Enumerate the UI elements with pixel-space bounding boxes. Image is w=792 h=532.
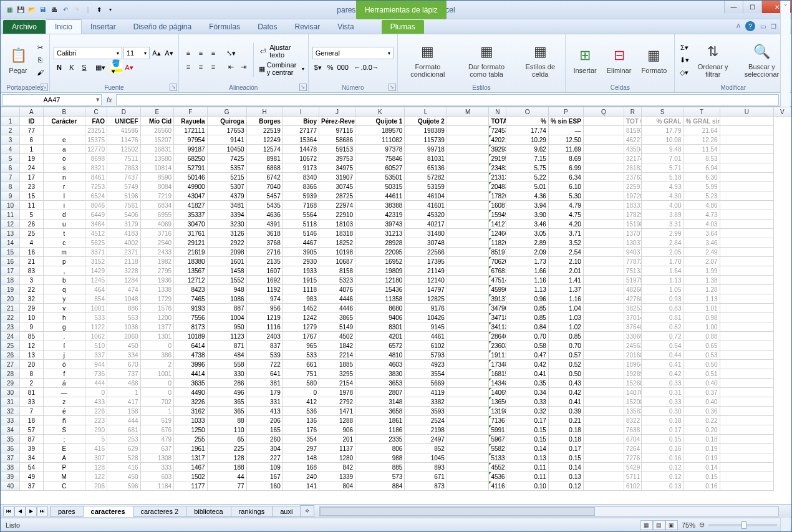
cell[interactable]: 0.22 <box>683 416 720 425</box>
cell[interactable]: 0.20 <box>683 425 720 435</box>
cell[interactable]: 884 <box>355 481 405 491</box>
spreadsheet-grid[interactable]: ABCDEFGHIJKLMNOPQRSTUV 1IDCarácterFAOUNI… <box>1 107 791 504</box>
cell[interactable]: 1.73 <box>506 257 549 266</box>
cell[interactable]: A <box>43 453 85 463</box>
cell[interactable]: 21619 <box>174 248 208 257</box>
cell[interactable]: 5215 <box>207 173 246 182</box>
cell[interactable]: , <box>43 266 85 276</box>
cell[interactable]: 75133 <box>624 266 642 276</box>
cell[interactable]: 128 <box>85 463 107 472</box>
cell[interactable]: 533 <box>283 351 319 360</box>
col-header-Q[interactable]: Q <box>583 107 624 117</box>
cell[interactable] <box>720 266 773 276</box>
cell[interactable]: 20 <box>20 360 43 369</box>
row-header[interactable]: 13 <box>1 229 20 238</box>
cell[interactable]: 0.14 <box>506 444 549 453</box>
cell[interactable] <box>583 407 624 416</box>
cell[interactable]: 2.10 <box>548 257 583 266</box>
tab-inicio[interactable]: Inicio <box>46 19 82 34</box>
horizontal-scrollbar[interactable] <box>319 506 779 516</box>
cell[interactable]: 45990 <box>489 285 506 294</box>
new-sheet-button[interactable]: ✧ <box>300 505 314 517</box>
cell[interactable]: 5711 <box>624 472 642 481</box>
cell[interactable] <box>447 453 489 463</box>
cell[interactable]: 0.16 <box>641 453 683 463</box>
cell[interactable]: 4603 <box>355 360 405 369</box>
cell[interactable]: 4502 <box>319 332 355 341</box>
cell[interactable]: 168 <box>283 463 319 472</box>
cell[interactable]: 0.51 <box>683 369 720 379</box>
cell[interactable]: 39743 <box>355 220 405 229</box>
cell[interactable]: 10189 <box>174 332 208 341</box>
cell[interactable]: 5793 <box>405 351 447 360</box>
cell[interactable]: 0.15 <box>548 453 583 463</box>
cell[interactable]: 0.40 <box>683 379 720 388</box>
cell[interactable]: 3230 <box>207 220 246 229</box>
cell[interactable]: 596 <box>107 481 140 491</box>
cell[interactable]: 35337 <box>174 210 208 220</box>
cell[interactable]: q <box>43 285 85 294</box>
cell[interactable]: 0.72 <box>641 332 683 341</box>
cell[interactable]: 6704 <box>624 435 642 444</box>
cell[interactable]: 31480 <box>405 229 447 238</box>
dialog-launcher-icon[interactable]: ↘ <box>41 84 48 91</box>
cell[interactable]: 97954 <box>174 135 208 145</box>
cell[interactable]: 178262 <box>489 191 506 201</box>
cell[interactable]: 5196 <box>107 191 140 201</box>
cell[interactable]: 0.34 <box>506 388 549 397</box>
cell[interactable]: 5669 <box>405 379 447 388</box>
cell[interactable] <box>720 117 773 126</box>
cell[interactable]: 420215 <box>489 135 506 145</box>
cell[interactable]: 227 <box>246 453 283 463</box>
cell[interactable]: 4.75 <box>548 210 583 220</box>
cell[interactable]: 3593 <box>405 407 447 416</box>
col-header-C[interactable]: C <box>85 107 107 117</box>
cell[interactable]: 42319 <box>355 210 405 220</box>
cell[interactable]: 1.02 <box>548 322 583 332</box>
cell[interactable]: u <box>43 220 85 229</box>
tab-vista[interactable]: Vista <box>329 20 362 34</box>
cell[interactable]: 29121 <box>174 238 208 248</box>
cell[interactable]: 5.23 <box>683 191 720 201</box>
cell[interactable]: 1192 <box>246 285 283 294</box>
fill-color-icon[interactable]: 🪣▾ <box>111 62 122 73</box>
cell[interactable]: 2371 <box>107 248 140 257</box>
cell[interactable]: 128 <box>207 453 246 463</box>
cell[interactable]: 165 <box>246 425 283 435</box>
name-box[interactable]: AA47▾ <box>2 94 102 105</box>
bold-icon[interactable]: N <box>54 62 65 73</box>
cell[interactable]: 0.40 <box>683 397 720 407</box>
cell[interactable]: 2930 <box>283 257 319 266</box>
cell[interactable]: 5146 <box>283 229 319 238</box>
row-header[interactable]: 7 <box>1 173 20 182</box>
row-header[interactable]: 9 <box>1 191 20 201</box>
cell[interactable]: 12502 <box>107 145 140 154</box>
cell[interactable]: 9176 <box>405 304 447 313</box>
cell[interactable]: 99718 <box>405 145 447 154</box>
cell[interactable]: 53501 <box>355 173 405 182</box>
cell[interactable]: 2.01 <box>548 266 583 276</box>
cell[interactable] <box>720 481 773 491</box>
cell[interactable]: 5749 <box>107 182 140 191</box>
cell[interactable]: 9173 <box>283 163 319 173</box>
cell[interactable] <box>583 379 624 388</box>
cell[interactable]: 0 <box>283 388 319 397</box>
cell[interactable]: 0.50 <box>548 369 583 379</box>
cell[interactable]: 159490 <box>489 210 506 220</box>
cell[interactable]: 1429 <box>85 266 107 276</box>
cell[interactable]: 0.44 <box>641 351 683 360</box>
cell[interactable]: 34790 <box>489 304 506 313</box>
cell[interactable]: 15260 <box>624 379 642 388</box>
cell[interactable]: C <box>43 481 85 491</box>
row-header[interactable]: 21 <box>1 304 20 313</box>
cell[interactable]: 40217 <box>405 220 447 229</box>
cell[interactable]: 44 <box>207 472 246 481</box>
cell[interactable]: 702 <box>140 397 174 407</box>
cell[interactable] <box>447 257 489 266</box>
cell[interactable]: 25 <box>20 229 43 238</box>
cell[interactable]: 736 <box>85 369 107 379</box>
cell[interactable]: 49 <box>20 472 43 481</box>
sheet-tab-biblioteca[interactable]: biblioteca <box>186 506 231 517</box>
cell[interactable]: 48266 <box>624 285 642 294</box>
cell[interactable]: % sin ESP <box>548 117 583 126</box>
